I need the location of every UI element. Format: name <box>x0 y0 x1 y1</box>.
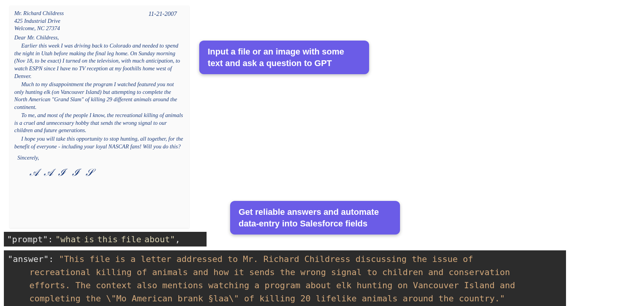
letter-paragraph-2: Much to my disappointment the program I … <box>14 81 185 111</box>
letter-date: 11-21-2007 <box>149 10 185 32</box>
letter-signature-mark: 𝒜 𝒜 ℐ ℐ 𝒮 <box>30 166 185 179</box>
letter-address-line1: 425 Industrial Drive <box>14 17 64 25</box>
code-answer-block: "answer": "This file is a letter address… <box>4 250 566 306</box>
letter-recipient-name: Mr. Richard Childress <box>14 10 64 17</box>
letter-address-block: Mr. Richard Childress 425 Industrial Dri… <box>14 10 64 32</box>
letter-paragraph-1: Earlier this week I was driving back to … <box>14 42 185 80</box>
code-answer-line2: recreational killing of animals and how … <box>8 266 562 279</box>
letter-paragraph-3: To me, and most of the people I know, th… <box>14 112 185 134</box>
callout-output-hint: Get reliable answers and automate data-e… <box>230 201 400 235</box>
letter-address-line2: Welcome, NC 27374 <box>14 25 64 32</box>
code-prompt-key: "prompt" <box>7 235 48 244</box>
code-answer-line4: completing the \"Mo American brank §laa\… <box>8 292 562 305</box>
letter-salutation: Dear Mr. Childress, <box>14 34 185 42</box>
letter-closing: Sincerely, <box>14 154 185 162</box>
code-answer-line3: efforts. The context also mentions watch… <box>8 279 562 292</box>
code-answer-key: "answer" <box>8 254 49 264</box>
code-answer-line1: "This file is a letter addressed to Mr. … <box>59 254 473 264</box>
letter-header: Mr. Richard Childress 425 Industrial Dri… <box>14 10 185 32</box>
code-prompt-value: "what·is·this·file·about" <box>55 235 175 244</box>
code-prompt-line: "prompt": "what·is·this·file·about", <box>4 232 207 246</box>
letter-paragraph-4: I hope you will take this opportunity to… <box>14 135 185 150</box>
callout-input-hint: Input a file or an image with some text … <box>199 41 369 74</box>
handwritten-letter: Mr. Richard Childress 425 Industrial Dri… <box>10 6 189 228</box>
